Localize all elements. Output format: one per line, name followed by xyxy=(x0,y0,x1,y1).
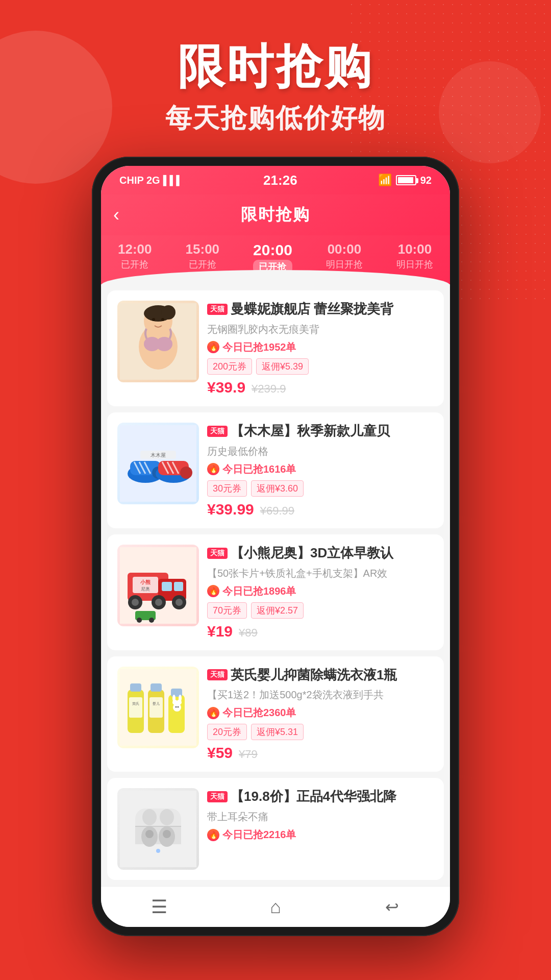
product-image-1: 木木屋 xyxy=(117,423,199,504)
grab-count-4: 🔥 今日已抢2216单 xyxy=(207,828,434,842)
svg-point-21 xyxy=(180,467,192,479)
time-tab-1000[interactable]: 10:00 明日开抢 xyxy=(396,241,433,274)
back-nav-icon: ↩ xyxy=(385,897,399,917)
svg-point-32 xyxy=(155,599,162,606)
time-tab-0000-status: 明日开抢 xyxy=(326,258,363,271)
svg-point-4 xyxy=(161,305,176,320)
grab-text-2: 今日已抢1896单 xyxy=(222,584,296,598)
svg-point-30 xyxy=(132,599,139,606)
wifi-icon: 📶 xyxy=(378,174,392,187)
hamburger-icon: ☰ xyxy=(151,896,167,918)
coupon-row-0: 200元券 返佣¥5.39 xyxy=(207,358,434,375)
coupon-tag-1: 30元券 xyxy=(207,480,247,497)
shop-badge-3: 天猫 xyxy=(207,669,228,680)
back-button[interactable]: ‹ xyxy=(113,204,119,226)
product-image-svg-3: 英氏 婴儿 xyxy=(120,669,196,746)
product-shop-row-4: 天猫 【19.8价】正品4代华强北降 xyxy=(207,788,434,805)
bottom-nav-bar: ☰ ⌂ ↩ xyxy=(101,886,450,927)
product-image-4 xyxy=(117,788,199,870)
product-card-1[interactable]: 木木屋 天猫 【木木屋】秋季新款儿童贝 历史最低价格 🔥 今日已抢1616单 xyxy=(107,412,444,528)
carrier-text: CHIP 2G xyxy=(119,175,160,186)
svg-text:小熊: 小熊 xyxy=(140,579,151,585)
price-original-2: ¥89 xyxy=(239,626,258,640)
coupon-tag-2: 70元券 xyxy=(207,602,247,619)
product-image-svg-1: 木木屋 xyxy=(120,425,196,502)
product-desc-3: 【买1送2！加送500g*2袋洗衣液到手共 xyxy=(207,688,434,702)
svg-point-67 xyxy=(142,809,157,825)
page-title: 限时抢购 xyxy=(0,41,551,92)
coupon-row-2: 70元券 返佣¥2.57 xyxy=(207,602,434,619)
product-image-svg-4 xyxy=(120,791,196,867)
price-row-2: ¥19 ¥89 xyxy=(207,623,434,640)
cashback-tag-1: 返佣¥3.60 xyxy=(251,480,304,497)
cashback-tag-3: 返佣¥5.31 xyxy=(251,724,304,740)
time-tab-1000-status: 明日开抢 xyxy=(396,258,433,271)
coupon-tag-0: 200元券 xyxy=(207,358,252,375)
svg-text:木木屋: 木木屋 xyxy=(151,452,166,458)
price-row-0: ¥39.9 ¥239.9 xyxy=(207,379,434,396)
product-image-svg-0 xyxy=(120,303,196,380)
product-list: 天猫 曼蝶妮旗舰店 蕾丝聚拢美背 无钢圈乳胶内衣无痕美背 🔥 今日已抢1952单… xyxy=(101,284,450,886)
nav-back-button[interactable]: ↩ xyxy=(381,896,403,918)
product-info-4: 天猫 【19.8价】正品4代华强北降 带上耳朵不痛 🔥 今日已抢2216单 xyxy=(207,788,434,870)
shop-badge-0: 天猫 xyxy=(207,304,228,315)
time-tab-1500-time: 15:00 xyxy=(186,241,220,257)
svg-point-34 xyxy=(176,599,183,606)
svg-point-64 xyxy=(145,830,154,838)
product-desc-4: 带上耳朵不痛 xyxy=(207,810,434,824)
fire-icon-4: 🔥 xyxy=(207,829,219,841)
phone-frame: CHIP 2G ▌▌▌ 21:26 📶 92 ‹ 限时抢购 xyxy=(92,157,459,936)
product-card-4[interactable]: 天猫 【19.8价】正品4代华强北降 带上耳朵不痛 🔥 今日已抢2216单 xyxy=(107,778,444,880)
svg-rect-48 xyxy=(129,697,142,718)
product-card-0[interactable]: 天猫 曼蝶妮旗舰店 蕾丝聚拢美背 无钢圈乳胶内衣无痕美背 🔥 今日已抢1952单… xyxy=(107,290,444,406)
grab-count-3: 🔥 今日已抢2360单 xyxy=(207,706,434,720)
grab-text-0: 今日已抢1952单 xyxy=(222,340,296,354)
time-tab-2000-time: 20:00 xyxy=(253,241,292,259)
time-tab-2000[interactable]: 20:00 已开抢 xyxy=(253,241,292,274)
nav-menu-button[interactable]: ☰ xyxy=(148,896,170,918)
svg-rect-50 xyxy=(149,697,163,718)
svg-point-56 xyxy=(179,695,182,702)
product-desc-1: 历史最低价格 xyxy=(207,444,434,458)
grab-text-4: 今日已抢2216单 xyxy=(222,828,296,842)
svg-point-55 xyxy=(172,695,176,702)
product-title-0: 曼蝶妮旗舰店 蕾丝聚拢美背 xyxy=(231,301,393,318)
fire-icon-1: 🔥 xyxy=(207,463,219,475)
signal-bars: ▌▌▌ xyxy=(163,175,183,186)
svg-rect-27 xyxy=(162,582,172,591)
price-current-0: ¥39.9 xyxy=(207,379,245,396)
shop-badge-1: 天猫 xyxy=(207,426,228,437)
time-tab-1500[interactable]: 15:00 已开抢 xyxy=(186,241,220,274)
phone-screen: CHIP 2G ▌▌▌ 21:26 📶 92 ‹ 限时抢购 xyxy=(101,166,450,927)
status-bar-left: CHIP 2G ▌▌▌ xyxy=(119,175,183,186)
svg-point-7 xyxy=(152,318,155,321)
cashback-tag-2: 返佣¥2.57 xyxy=(251,602,304,619)
shop-badge-4: 天猫 xyxy=(207,791,228,802)
product-title-4: 【19.8价】正品4代华强北降 xyxy=(231,788,396,805)
battery-percent: 92 xyxy=(420,175,432,186)
time-tab-1200[interactable]: 12:00 已开抢 xyxy=(118,241,152,274)
svg-point-66 xyxy=(163,830,171,838)
svg-text:英氏: 英氏 xyxy=(132,702,139,705)
svg-point-6 xyxy=(156,337,172,351)
time-tab-0000[interactable]: 00:00 明日开抢 xyxy=(326,241,363,274)
header-section: 限时抢购 每天抢购低价好物 xyxy=(0,0,551,157)
price-original-0: ¥239.9 xyxy=(252,382,286,396)
product-info-0: 天猫 曼蝶妮旗舰店 蕾丝聚拢美背 无钢圈乳胶内衣无痕美背 🔥 今日已抢1952单… xyxy=(207,301,434,396)
price-current-1: ¥39.99 xyxy=(207,501,254,518)
product-card-2[interactable]: 小熊 尼奥 天猫 【小熊尼奥】3D立体早教认 【5 xyxy=(107,534,444,650)
grab-text-3: 今日已抢2360单 xyxy=(222,706,296,720)
fire-icon-2: 🔥 xyxy=(207,585,219,597)
product-title-1: 【木木屋】秋季新款儿童贝 xyxy=(231,423,390,440)
shop-badge-2: 天猫 xyxy=(207,548,228,559)
product-card-3[interactable]: 英氏 婴儿 xyxy=(107,656,444,772)
grab-count-1: 🔥 今日已抢1616单 xyxy=(207,462,434,476)
price-current-3: ¥59 xyxy=(207,744,233,762)
product-title-2: 【小熊尼奥】3D立体早教认 xyxy=(231,545,393,562)
battery-fill xyxy=(398,177,414,183)
product-desc-0: 无钢圈乳胶内衣无痕美背 xyxy=(207,322,434,336)
product-shop-row-2: 天猫 【小熊尼奥】3D立体早教认 xyxy=(207,545,434,562)
status-bar-right: 📶 92 xyxy=(378,174,432,187)
nav-home-button[interactable]: ⌂ xyxy=(264,896,287,918)
price-current-2: ¥19 xyxy=(207,623,233,640)
